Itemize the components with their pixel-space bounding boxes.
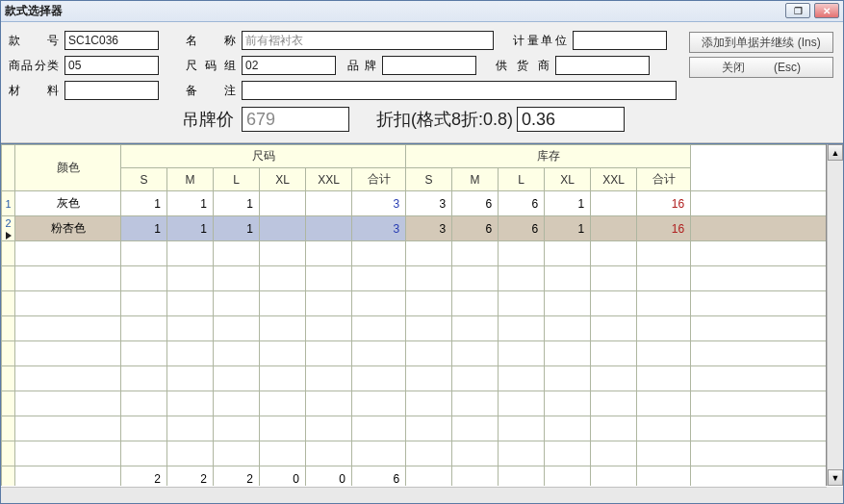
sizegrp-label: 尺码组 bbox=[186, 58, 236, 74]
grid-viewport[interactable]: 颜色 尺码 库存 S M L XL XXL 合计 S M L XL XXL bbox=[1, 144, 827, 486]
table-row[interactable]: 2 粉杏色1113366116 bbox=[2, 216, 827, 241]
cell-stock-total: 16 bbox=[637, 216, 691, 241]
footer-stock-s bbox=[406, 466, 452, 487]
header-stock-l: L bbox=[499, 168, 545, 191]
brand-input[interactable] bbox=[382, 56, 476, 75]
footer-size-total: 6 bbox=[352, 466, 406, 487]
vertical-scrollbar[interactable]: ▲ ▼ bbox=[827, 144, 843, 486]
cell-size[interactable]: 1 bbox=[121, 191, 167, 216]
header-stock-s: S bbox=[406, 168, 452, 191]
header-stock-xxl: XXL bbox=[591, 168, 637, 191]
table-row[interactable] bbox=[2, 341, 827, 366]
table-row[interactable] bbox=[2, 391, 827, 416]
cell-size[interactable] bbox=[260, 216, 306, 241]
cell-color[interactable]: 粉杏色 bbox=[15, 216, 121, 241]
header-rownum bbox=[2, 145, 15, 191]
cell-size[interactable]: 1 bbox=[214, 216, 260, 241]
cell-stock: 3 bbox=[406, 191, 452, 216]
cell-stock: 6 bbox=[499, 191, 545, 216]
header-stock-total: 合计 bbox=[637, 168, 691, 191]
header-size-s: S bbox=[121, 168, 167, 191]
window-title: 款式选择器 bbox=[5, 3, 63, 19]
style-no-input[interactable] bbox=[64, 31, 159, 50]
unit-input[interactable] bbox=[573, 31, 667, 50]
header-color: 颜色 bbox=[15, 145, 121, 191]
form-panel: 款 号 名 称 计量单位 添加到单据并继续 (Ins) 商品分类 尺码组 品牌 … bbox=[1, 22, 843, 143]
header-filler bbox=[691, 145, 826, 191]
style-no-label: 款 号 bbox=[9, 33, 59, 49]
discount-label: 折扣(格式8折:0.8) bbox=[376, 108, 513, 131]
close-window-button[interactable]: ✕ bbox=[814, 3, 839, 18]
cell-size[interactable] bbox=[260, 191, 306, 216]
table-row[interactable] bbox=[2, 241, 827, 266]
header-size-total: 合计 bbox=[352, 168, 406, 191]
table-row[interactable]: 1灰色1113366116 bbox=[2, 191, 827, 216]
cell-size[interactable] bbox=[306, 216, 352, 241]
name-input[interactable] bbox=[242, 31, 494, 50]
close-button[interactable]: 关闭 (Esc) bbox=[689, 57, 833, 78]
scroll-up-icon[interactable]: ▲ bbox=[828, 144, 843, 161]
supplier-input[interactable] bbox=[555, 56, 650, 75]
cell-size-total: 3 bbox=[352, 191, 406, 216]
unit-label: 计量单位 bbox=[513, 33, 567, 49]
scroll-down-icon[interactable]: ▼ bbox=[828, 469, 843, 486]
footer-stock-xl bbox=[545, 466, 591, 487]
discount-input[interactable] bbox=[517, 107, 625, 132]
footer-rownum bbox=[2, 466, 15, 487]
brand-label: 品牌 bbox=[347, 58, 376, 74]
footer-size-l: 2 bbox=[214, 466, 260, 487]
category-input[interactable] bbox=[64, 56, 159, 75]
cell-stock-total: 16 bbox=[637, 191, 691, 216]
header-size-group: 尺码 bbox=[121, 145, 406, 168]
cell-size-total: 3 bbox=[352, 216, 406, 241]
scroll-corner bbox=[827, 487, 843, 503]
footer-stock-total bbox=[637, 466, 691, 487]
tag-price-input[interactable] bbox=[242, 107, 349, 132]
cell-size[interactable]: 1 bbox=[167, 191, 214, 216]
cell-size[interactable]: 1 bbox=[121, 216, 167, 241]
cell-stock: 1 bbox=[545, 191, 591, 216]
footer-size-m: 2 bbox=[167, 466, 214, 487]
cell-size[interactable]: 1 bbox=[167, 216, 214, 241]
footer-size-xl: 0 bbox=[260, 466, 306, 487]
material-input[interactable] bbox=[64, 81, 159, 100]
horizontal-scrollbar[interactable] bbox=[1, 487, 827, 503]
supplier-label: 供 货 商 bbox=[496, 58, 550, 74]
grid-area: 颜色 尺码 库存 S M L XL XXL 合计 S M L XL XXL bbox=[1, 143, 843, 503]
scroll-track[interactable] bbox=[828, 161, 843, 469]
header-size-xxl: XXL bbox=[306, 168, 352, 191]
cell-stock bbox=[591, 216, 637, 241]
row-pointer-icon bbox=[6, 232, 12, 239]
footer-color bbox=[15, 466, 121, 487]
window-controls: ❐ ✕ bbox=[785, 3, 839, 18]
remark-input[interactable] bbox=[242, 81, 677, 100]
restore-button[interactable]: ❐ bbox=[785, 3, 810, 18]
table-row[interactable] bbox=[2, 266, 827, 291]
add-continue-button[interactable]: 添加到单据并继续 (Ins) bbox=[689, 32, 833, 53]
table-row[interactable] bbox=[2, 291, 827, 316]
restore-icon: ❐ bbox=[794, 6, 803, 16]
material-label: 材 料 bbox=[9, 83, 59, 99]
sizegrp-input[interactable] bbox=[242, 56, 336, 75]
footer-stock-xxl bbox=[591, 466, 637, 487]
table-row[interactable] bbox=[2, 316, 827, 341]
remark-label: 备 注 bbox=[186, 83, 236, 99]
header-stock-m: M bbox=[452, 168, 499, 191]
header-size-m: M bbox=[167, 168, 214, 191]
header-size-l: L bbox=[214, 168, 260, 191]
cell-stock: 3 bbox=[406, 216, 452, 241]
cell-size[interactable] bbox=[306, 191, 352, 216]
cell-color[interactable]: 灰色 bbox=[15, 191, 121, 216]
header-size-xl: XL bbox=[260, 168, 306, 191]
table-row[interactable] bbox=[2, 366, 827, 391]
table-row[interactable] bbox=[2, 441, 827, 466]
titlebar: 款式选择器 ❐ ✕ bbox=[1, 1, 843, 22]
cell-stock: 6 bbox=[499, 216, 545, 241]
tag-price-label: 吊牌价 bbox=[182, 108, 234, 131]
row-number: 2 bbox=[2, 216, 15, 241]
close-icon: ✕ bbox=[823, 6, 831, 16]
footer-size-s: 2 bbox=[121, 466, 167, 487]
table-row[interactable] bbox=[2, 416, 827, 441]
cell-size[interactable]: 1 bbox=[214, 191, 260, 216]
cell-stock: 6 bbox=[452, 191, 499, 216]
